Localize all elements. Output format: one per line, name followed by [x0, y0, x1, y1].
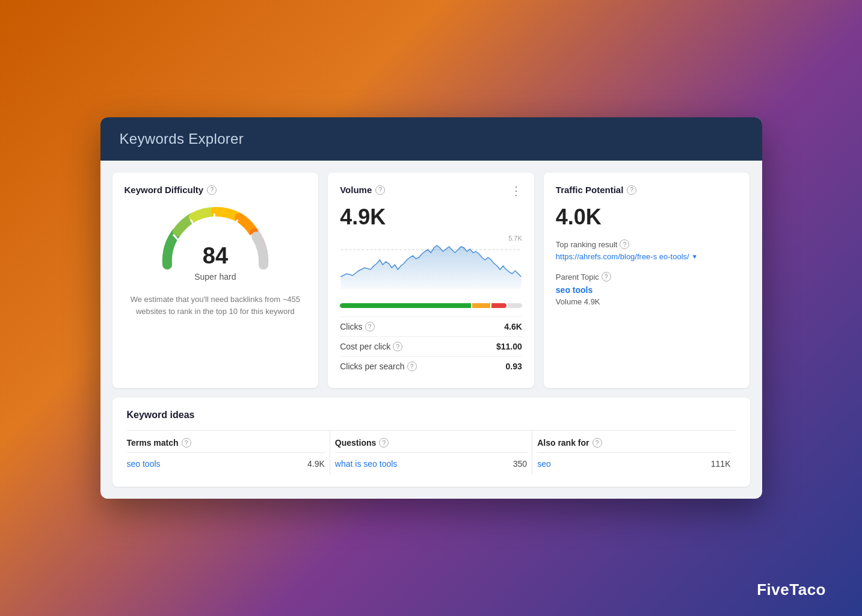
- cps-help-icon[interactable]: ?: [407, 362, 417, 371]
- parent-topic-label: Parent Topic ?: [556, 272, 738, 282]
- questions-col: Questions ? what is seo tools 350: [330, 431, 532, 475]
- questions-keyword[interactable]: what is seo tools: [335, 459, 398, 469]
- also-rank-header: Also rank for ?: [537, 431, 730, 453]
- app-body: Keyword Difficulty ?: [100, 161, 762, 499]
- questions-count: 350: [513, 459, 527, 469]
- terms-match-count: 4.9K: [307, 459, 325, 469]
- terms-match-col: Terms match ? seo tools 4.9K: [127, 431, 330, 475]
- clicks-help-icon[interactable]: ?: [365, 322, 375, 331]
- progress-red: [491, 303, 506, 308]
- dropdown-arrow-icon: ▼: [692, 253, 698, 261]
- parent-topic-value[interactable]: seo tools: [556, 285, 738, 295]
- gauge-label: Super hard: [194, 272, 236, 282]
- kd-card-title: Keyword Difficulty ?: [125, 185, 307, 195]
- top-ranking-url[interactable]: https://ahrefs.com/blog/free-s eo-tools/…: [556, 251, 738, 262]
- cps-value: 0.93: [506, 362, 522, 371]
- also-rank-keyword[interactable]: seo: [537, 459, 551, 469]
- parent-topic-help-icon[interactable]: ?: [602, 272, 611, 282]
- clicks-value: 4.6K: [504, 322, 522, 331]
- tp-help-icon[interactable]: ?: [627, 185, 636, 195]
- top-ranking-help-icon[interactable]: ?: [620, 239, 629, 249]
- progress-yellow: [472, 303, 490, 308]
- app-header: Keywords Explorer: [100, 117, 762, 161]
- top-ranking-label: Top ranking result ?: [556, 239, 738, 249]
- gauge-container: 84 Super hard: [125, 205, 307, 282]
- also-rank-row: seo 111K: [537, 453, 730, 475]
- cpc-value: $11.00: [496, 342, 522, 351]
- questions-header: Questions ?: [335, 431, 527, 453]
- branding: FiveTaco: [757, 581, 826, 599]
- svg-line-4: [247, 235, 252, 242]
- tp-volume-text: Volume 4.9K: [556, 297, 738, 306]
- keyword-ideas-card: Keyword ideas Terms match ? seo tools 4.…: [112, 398, 750, 487]
- clicks-progress-bar: [340, 303, 522, 308]
- cpc-label: Cost per click ?: [340, 342, 402, 351]
- also-rank-col: Also rank for ? seo 111K: [532, 431, 735, 475]
- cps-label: Clicks per search ?: [340, 362, 416, 371]
- terms-match-keyword[interactable]: seo tools: [127, 459, 161, 469]
- traffic-potential-card: Traffic Potential ? 4.0K Top ranking res…: [544, 173, 750, 388]
- volume-menu-icon[interactable]: ⋮: [510, 185, 522, 197]
- chart-area: 5.7K: [340, 235, 522, 295]
- volume-card: Volume ? ⋮ 4.9K 5.7K: [328, 173, 534, 388]
- kd-description: We estimate that you'll need backlinks f…: [125, 294, 307, 317]
- clicks-label: Clicks ?: [340, 322, 374, 331]
- app-window: Keywords Explorer Keyword Difficulty ?: [100, 117, 762, 499]
- terms-match-row: seo tools 4.9K: [127, 453, 325, 475]
- keyword-difficulty-card: Keyword Difficulty ?: [112, 173, 319, 388]
- svg-line-2: [214, 214, 215, 221]
- clicks-row: Clicks ? 4.6K: [340, 316, 522, 336]
- progress-gray: [508, 303, 522, 308]
- terms-match-header: Terms match ?: [127, 431, 325, 453]
- volume-value: 4.9K: [340, 205, 522, 230]
- questions-help-icon[interactable]: ?: [379, 438, 389, 448]
- questions-row: what is seo tools 350: [335, 453, 527, 475]
- also-rank-count: 111K: [711, 459, 731, 469]
- tp-value: 4.0K: [556, 205, 738, 230]
- top-row: Keyword Difficulty ?: [112, 173, 750, 388]
- volume-card-title: Volume ?: [340, 185, 385, 195]
- gauge-svg: 84: [155, 205, 276, 271]
- terms-match-help-icon[interactable]: ?: [182, 438, 191, 448]
- app-title: Keywords Explorer: [120, 131, 743, 147]
- keyword-ideas-title: Keyword ideas: [127, 410, 736, 420]
- kd-help-icon[interactable]: ?: [207, 185, 217, 195]
- cpc-help-icon[interactable]: ?: [393, 342, 402, 351]
- tp-card-title: Traffic Potential ?: [556, 185, 738, 195]
- keyword-ideas-columns: Terms match ? seo tools 4.9K Questions ?…: [127, 430, 736, 475]
- svg-text:84: 84: [203, 243, 228, 268]
- volume-chart: [340, 235, 522, 289]
- volume-help-icon[interactable]: ?: [375, 185, 385, 195]
- volume-header: Volume ? ⋮: [340, 185, 522, 205]
- also-rank-help-icon[interactable]: ?: [593, 438, 602, 448]
- chart-max-label: 5.7K: [508, 235, 522, 242]
- cps-row: Clicks per search ? 0.93: [340, 356, 522, 376]
- cpc-row: Cost per click ? $11.00: [340, 336, 522, 356]
- progress-green: [340, 303, 471, 308]
